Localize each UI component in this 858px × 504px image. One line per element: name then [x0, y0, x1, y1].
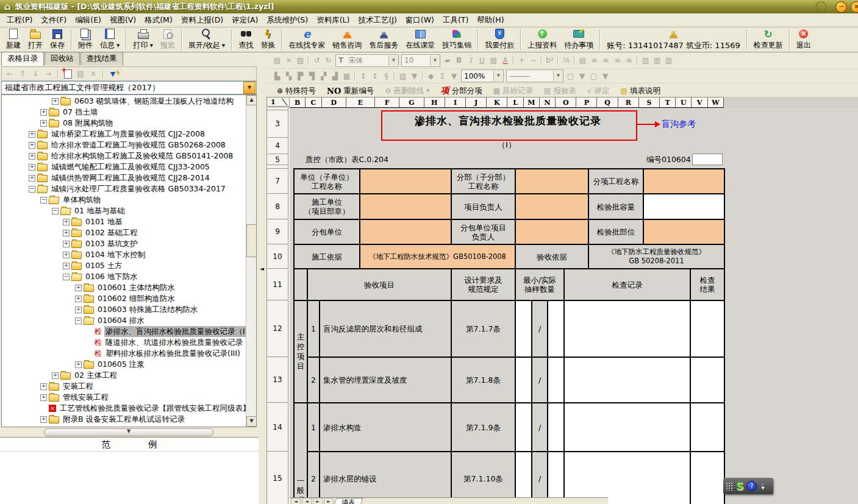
tree-item[interactable]: 检 塑料排水板排水检验批质量验收记录(III): [2, 348, 246, 359]
insert-col-icon[interactable]: ▞: [318, 71, 329, 81]
menu-item[interactable]: 帮助(H): [473, 13, 508, 27]
column-header[interactable]: L: [507, 98, 523, 107]
bold-icon[interactable]: B: [453, 55, 465, 66]
vertical-text-right-icon[interactable]: ▥: [663, 55, 674, 66]
toolbar-button[interactable]: [181, 29, 182, 50]
line-style-combobox[interactable]: ——— ▼: [506, 69, 563, 82]
column-header[interactable]: B: [290, 98, 306, 107]
form-input-cell[interactable]: [360, 194, 451, 219]
form-input-cell[interactable]: [515, 169, 588, 194]
dropdown-caret-icon[interactable]: ▼: [388, 55, 398, 66]
column-header[interactable]: P: [576, 98, 597, 107]
tree-item[interactable]: + 010605 注浆: [2, 359, 246, 370]
tree-item[interactable]: + 010601 主体结构防水: [2, 282, 246, 293]
toolbar-button[interactable]: [477, 29, 479, 50]
toolbar-button[interactable]: 展开/收起 ▼: [185, 27, 229, 52]
copy-icon[interactable]: ▤: [271, 55, 283, 66]
row-header[interactable]: 3: [266, 110, 288, 138]
toolbar-button[interactable]: 在线找专家: [285, 27, 329, 52]
scrollbar-thumb[interactable]: [246, 224, 257, 257]
expander-icon[interactable]: +: [29, 153, 35, 160]
tab[interactable]: 查找结果: [80, 52, 123, 65]
expander-icon[interactable]: +: [40, 383, 47, 390]
redo-icon[interactable]: ↻: [323, 55, 334, 66]
arrow-left-icon[interactable]: ←: [5, 69, 15, 79]
column-header[interactable]: D: [322, 98, 346, 107]
expander-icon[interactable]: −: [63, 274, 70, 280]
menu-item[interactable]: 评定(A): [227, 13, 262, 27]
menu-item[interactable]: 格式(M): [140, 13, 177, 27]
toolbar-button[interactable]: 打印 ▼: [129, 27, 156, 52]
check-record-cell[interactable]: [564, 300, 690, 357]
tree-item[interactable]: + 城镇燃气输配工程施工及验收规范 CJJ33-2005: [2, 161, 246, 172]
sample-value-cell[interactable]: /: [532, 452, 548, 504]
format-action-button[interactable]: ⊖ 画删除线 ▼: [379, 85, 435, 98]
superscript-icon[interactable]: b²: [544, 55, 556, 66]
format-painter-icon[interactable]: ▰: [442, 55, 453, 66]
arrow-right-icon[interactable]: →: [43, 69, 53, 79]
paste-icon[interactable]: ▨: [295, 55, 306, 66]
row-header[interactable]: 13: [266, 357, 288, 403]
expander-icon[interactable]: −: [75, 318, 82, 324]
check-result-cell[interactable]: [690, 357, 724, 403]
tree-scrollbar[interactable]: ▲ ▼: [246, 95, 256, 427]
column-header[interactable]: V: [692, 98, 707, 107]
sheet-corner-cell[interactable]: 1: [266, 97, 290, 107]
tree-item[interactable]: + 0101 地基: [2, 216, 246, 227]
tree-item[interactable]: + 07 挡土墙: [2, 107, 246, 118]
link-icon[interactable]: §: [381, 71, 392, 81]
row-header[interactable]: 10: [266, 244, 288, 269]
menu-item[interactable]: 文件(F): [37, 13, 71, 27]
row-header[interactable]: 14: [266, 403, 288, 452]
expander-icon[interactable]: +: [40, 394, 47, 401]
column-header[interactable]: C: [306, 98, 321, 107]
arrow-down-icon[interactable]: ↓: [30, 69, 40, 79]
row-header[interactable]: 12: [266, 300, 288, 357]
format-action-button[interactable]: √ 评定: [582, 85, 615, 98]
toolbar-button[interactable]: [789, 29, 790, 50]
row-header[interactable]: 9: [266, 219, 288, 244]
tree-item[interactable]: + 010602 细部构造防水: [2, 293, 246, 304]
toolbar-button[interactable]: 上报资料: [524, 27, 560, 52]
dropdown-caret-icon[interactable]: ▼: [116, 44, 120, 47]
font-size-combobox[interactable]: 10 ▼: [401, 54, 440, 67]
menu-item[interactable]: 视图(V): [105, 13, 140, 27]
row-header[interactable]: 15: [266, 452, 288, 504]
tree-item[interactable]: 检 渗排水、盲沟排水检验批质量验收记录（I: [2, 326, 246, 337]
sample-value-cell[interactable]: /: [532, 357, 548, 403]
format-action-button[interactable]: ⊕ 特殊符号: [271, 85, 321, 98]
check-record-cell[interactable]: [564, 357, 690, 403]
tree-item[interactable]: 工艺管线检验批质量验收记录【跟管线安装工程同级表】: [2, 403, 246, 414]
shading-caret-icon[interactable]: ▼: [409, 71, 420, 81]
dropdown-caret-icon[interactable]: ▼: [430, 55, 440, 66]
insert-icon[interactable]: +: [516, 55, 527, 66]
row-header[interactable]: 8: [266, 194, 288, 219]
assistant-logo-icon[interactable]: S: [736, 480, 743, 492]
toolbar-button[interactable]: [71, 29, 72, 50]
tree-item[interactable]: + 010603 特殊施工法结构防水: [2, 304, 246, 315]
form-input-cell[interactable]: [643, 219, 724, 244]
menu-item[interactable]: 技术工艺(J): [354, 13, 401, 27]
sum-caret-icon[interactable]: ▼: [448, 71, 460, 81]
expander-icon[interactable]: +: [63, 263, 70, 269]
expander-icon[interactable]: +: [40, 416, 47, 423]
form-input-cell[interactable]: [643, 169, 724, 194]
column-header[interactable]: Q: [597, 98, 618, 107]
insert-row-icon[interactable]: ▛: [295, 71, 306, 81]
form-input-cell[interactable]: [515, 219, 588, 244]
collapse-left-icon[interactable]: ◄: [260, 266, 264, 272]
form-input-cell[interactable]: [515, 194, 588, 219]
column-header[interactable]: K: [487, 98, 507, 107]
regulation-combobox[interactable]: 福建省市政工程施工文件管理规程（2017） ▼: [1, 81, 257, 94]
expander-icon[interactable]: +: [63, 219, 70, 225]
toolbar-button[interactable]: 我要付款: [481, 27, 518, 52]
tree-item[interactable]: + 城市桥梁工程施工与质量验收规范 CJJ2-2008: [2, 129, 246, 140]
cut-icon[interactable]: ×: [283, 55, 295, 66]
expander-icon[interactable]: −: [40, 197, 47, 204]
expander-icon[interactable]: +: [75, 361, 82, 368]
expander-icon[interactable]: +: [63, 241, 70, 247]
sample-actual-cell[interactable]: [548, 357, 564, 403]
expander-icon[interactable]: −: [52, 208, 59, 215]
toolbar-button[interactable]: 检查更新: [750, 27, 787, 52]
expander-icon[interactable]: +: [52, 98, 59, 105]
